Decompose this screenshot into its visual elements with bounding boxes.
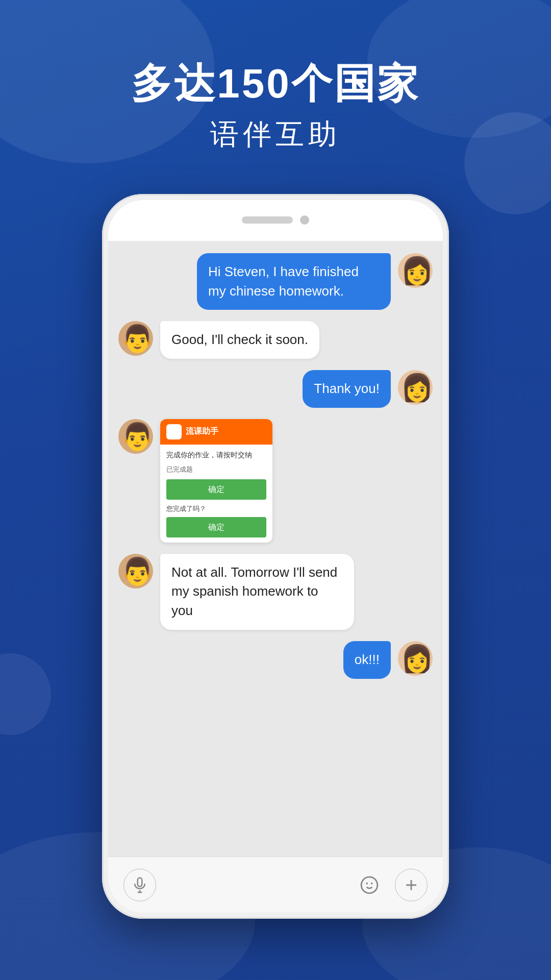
phone-notch [242,215,309,225]
shared-card-section: 您完成了吗？ [166,504,266,514]
svg-point-5 [371,882,373,884]
message-row: ok!!! [118,641,433,679]
input-bar [108,856,443,913]
message-bubble: Not at all. Tomorrow I'll send my spanis… [160,554,354,630]
shared-card-btn2[interactable]: 确定 [166,517,266,537]
message-row: Thank you! [118,370,433,408]
bg-circle-left [0,653,51,735]
chat-area: Hi Steven, I have finished my chinese ho… [108,241,443,856]
message-bubble: Hi Steven, I have finished my chinese ho… [197,253,391,310]
message-row: Not at all. Tomorrow I'll send my spanis… [118,554,433,630]
avatar-man-3 [118,554,153,589]
header-title: 多达150个国家 [0,61,551,106]
mic-icon [131,876,148,894]
message-row: Good, I'll check it soon. [118,321,433,359]
avatar-man-2 [118,419,153,454]
phone-mockup: Hi Steven, I have finished my chinese ho… [102,194,449,919]
mic-button[interactable] [123,869,156,901]
shared-card-header: 流课助手 [160,419,272,445]
message-bubble: Thank you! [303,370,391,408]
avatar-man-1 [118,321,153,356]
shared-card-btn1[interactable]: 确定 [166,479,266,500]
header-subtitle: 语伴互助 [0,115,551,154]
shared-card-subtitle: 已完成题 [166,464,266,475]
svg-point-4 [366,882,368,884]
svg-rect-0 [138,877,142,886]
emoji-button[interactable] [353,869,386,901]
phone-camera [300,215,309,225]
input-actions [353,869,428,901]
phone-speaker [242,216,293,224]
smile-icon [360,875,379,895]
shared-card: 流课助手 完成你的作业，请按时交纳 已完成题 确定 您完成了吗？ 确定 [160,419,272,543]
avatar-woman-3 [398,641,433,676]
avatar-woman-1 [398,253,433,288]
avatar-woman-2 [398,370,433,405]
shared-card-app-title: 流课助手 [186,426,218,437]
add-button[interactable] [395,869,428,901]
shared-card-title: 完成你的作业，请按时交纳 [166,450,266,460]
header: 多达150个国家 语伴互助 [0,61,551,154]
message-input[interactable] [166,871,343,899]
phone-outer-shell: Hi Steven, I have finished my chinese ho… [102,194,449,919]
shared-card-icon [166,424,182,439]
plus-icon [403,876,420,894]
message-bubble: ok!!! [343,641,391,679]
phone-screen: Hi Steven, I have finished my chinese ho… [108,200,443,913]
shared-card-body: 完成你的作业，请按时交纳 已完成题 确定 您完成了吗？ 确定 [160,445,272,543]
svg-point-3 [361,877,378,893]
message-bubble: Good, I'll check it soon. [160,321,319,359]
message-row: Hi Steven, I have finished my chinese ho… [118,253,433,310]
message-row-card: 流课助手 完成你的作业，请按时交纳 已完成题 确定 您完成了吗？ 确定 [118,419,433,543]
